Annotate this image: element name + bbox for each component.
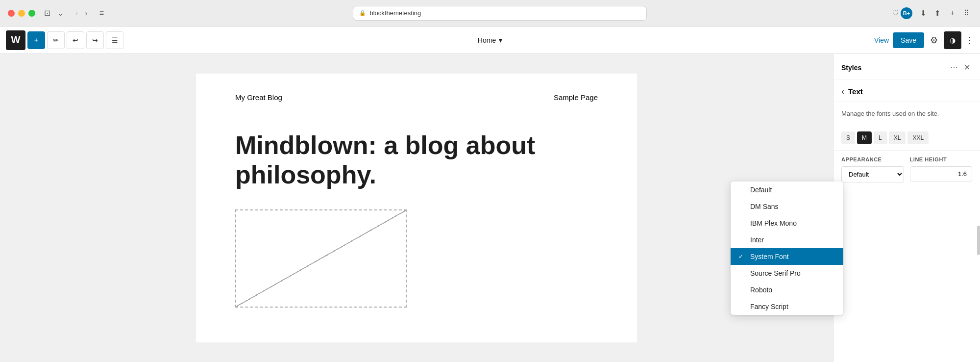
site-nav: Sample Page <box>554 93 598 102</box>
toolbar-right: View Save ⚙ ◑ ⋮ <box>874 31 974 49</box>
line-height-col: LINE HEIGHT <box>910 156 973 182</box>
font-size-row: SMLXLXXL <box>833 128 980 148</box>
wp-logo-button[interactable]: W <box>6 30 25 50</box>
section-title: Text <box>848 87 863 96</box>
address-bar-wrapper: 🔒 blockthemetesting <box>113 6 886 21</box>
dropdown-item-label: System Font <box>750 253 789 260</box>
back-button[interactable]: ‹ <box>841 86 844 97</box>
browser-chrome: ⊡ ⌄ ‹ › ≡ 🔒 blockthemetesting 🛡 B+ ⬇ ⬆ ＋… <box>0 0 980 26</box>
styles-panel-header: Styles ⋯ ✕ <box>833 54 980 79</box>
list-view-button[interactable]: ☰ <box>106 31 123 49</box>
window-controls: ⊡ ⌄ <box>41 6 67 20</box>
font-size-m-button[interactable]: M <box>857 131 872 144</box>
image-placeholder[interactable] <box>235 209 407 308</box>
dropdown-item-fancy-script[interactable]: Fancy Script <box>731 298 843 315</box>
styles-more-button[interactable]: ⋯ <box>948 62 960 73</box>
line-height-label: LINE HEIGHT <box>910 156 973 162</box>
dropdown-item-default[interactable]: Default <box>731 181 843 198</box>
styles-panel-icons: ⋯ ✕ <box>948 62 972 73</box>
add-block-button[interactable]: ＋ <box>27 31 45 49</box>
list-icon[interactable]: ≡ <box>97 7 107 20</box>
site-title: My Great Blog <box>235 93 282 102</box>
dropdown-item-dm-sans[interactable]: DM Sans <box>731 198 843 215</box>
font-size-s-button[interactable]: S <box>841 131 855 144</box>
forward-button[interactable]: › <box>82 7 90 20</box>
view-button[interactable]: View <box>874 36 889 44</box>
appearance-select[interactable]: Default <box>841 166 904 182</box>
dark-mode-button[interactable]: ◑ <box>944 31 961 49</box>
panel-scrollbar[interactable] <box>977 226 980 255</box>
styles-close-button[interactable]: ✕ <box>962 62 972 73</box>
maximize-button[interactable] <box>28 10 35 17</box>
dropdown-item-source-serif-pro[interactable]: Source Serif Pro <box>731 265 843 282</box>
page-title-text: Home <box>478 36 496 44</box>
traffic-lights <box>8 10 35 17</box>
styles-panel-title: Styles <box>841 64 861 72</box>
dropdown-item-label: Fancy Script <box>750 303 788 310</box>
minimize-button[interactable] <box>18 10 25 17</box>
dropdown-item-label: IBM Plex Mono <box>750 219 797 227</box>
nav-controls: ‹ › <box>73 7 91 20</box>
site-header: My Great Blog Sample Page <box>235 93 598 102</box>
editor-inner: My Great Blog Sample Page Mindblown: a b… <box>196 74 637 342</box>
font-size-xl-button[interactable]: XL <box>889 131 906 144</box>
share-button[interactable]: ⬆ <box>931 7 944 20</box>
main-layout: My Great Blog Sample Page Mindblown: a b… <box>0 54 980 362</box>
url-text: blockthemetesting <box>370 9 421 17</box>
more-options-button[interactable]: ⋮ <box>965 35 974 46</box>
close-button[interactable] <box>8 10 15 17</box>
shield-icon: 🛡 <box>892 9 899 17</box>
redo-button[interactable]: ↪ <box>86 31 104 49</box>
download-button[interactable]: ⬇ <box>917 7 930 20</box>
appearance-row: APPEARANCE Default LINE HEIGHT <box>833 150 980 188</box>
edit-tool-button[interactable]: ✏ <box>47 31 65 49</box>
chevron-down-icon: ▾ <box>499 36 502 44</box>
save-button[interactable]: Save <box>893 32 924 48</box>
dropdown-item-system-font[interactable]: ✓System Font <box>731 248 843 265</box>
dropdown-item-label: Inter <box>750 236 764 244</box>
back-button[interactable]: ‹ <box>73 7 81 20</box>
post-title[interactable]: Mindblown: a blog about philosophy. <box>235 131 598 190</box>
styles-panel: Styles ⋯ ✕ ‹ Text Manage the fonts used … <box>833 54 980 362</box>
styles-description: Manage the fonts used on the site. <box>833 102 980 126</box>
chevron-down-icon[interactable]: ⌄ <box>54 6 67 20</box>
dropdown-item-ibm-plex-mono[interactable]: IBM Plex Mono <box>731 215 843 232</box>
font-size-xxl-button[interactable]: XXL <box>907 131 929 144</box>
undo-button[interactable]: ↩ <box>67 31 84 49</box>
font-size-l-button[interactable]: L <box>874 131 887 144</box>
browser-right-controls: 🛡 B+ ⬇ ⬆ ＋ ⠿ <box>892 6 972 20</box>
grid-button[interactable]: ⠿ <box>961 7 972 20</box>
dropdown-item-label: Roboto <box>750 286 772 294</box>
wp-avatar[interactable]: B+ <box>901 7 912 19</box>
dropdown-item-label: DM Sans <box>750 203 779 210</box>
new-tab-button[interactable]: ＋ <box>946 6 959 20</box>
address-bar[interactable]: 🔒 blockthemetesting <box>353 6 647 21</box>
editor-area: My Great Blog Sample Page Mindblown: a b… <box>0 54 833 362</box>
settings-icon[interactable]: ⚙ <box>928 33 940 48</box>
sidebar-toggle-button[interactable]: ⊡ <box>41 6 53 20</box>
appearance-col: APPEARANCE Default <box>841 156 904 182</box>
line-height-input[interactable] <box>910 166 973 181</box>
lock-icon: 🔒 <box>359 10 366 16</box>
toolbar-center: Home ▾ <box>478 36 502 44</box>
checkmark-icon: ✓ <box>738 253 746 260</box>
dropdown-item-label: Source Serif Pro <box>750 269 801 277</box>
font-dropdown: DefaultDM SansIBM Plex MonoInter✓System … <box>731 181 843 315</box>
wp-toolbar: W ＋ ✏ ↩ ↪ ☰ Home ▾ View Save ⚙ ◑ ⋮ <box>0 26 980 54</box>
styles-back-row: ‹ Text <box>833 79 980 102</box>
dropdown-item-inter[interactable]: Inter <box>731 232 843 248</box>
appearance-label: APPEARANCE <box>841 156 904 162</box>
page-title-button[interactable]: Home ▾ <box>478 36 502 44</box>
dropdown-item-roboto[interactable]: Roboto <box>731 282 843 298</box>
dropdown-item-label: Default <box>750 186 772 194</box>
